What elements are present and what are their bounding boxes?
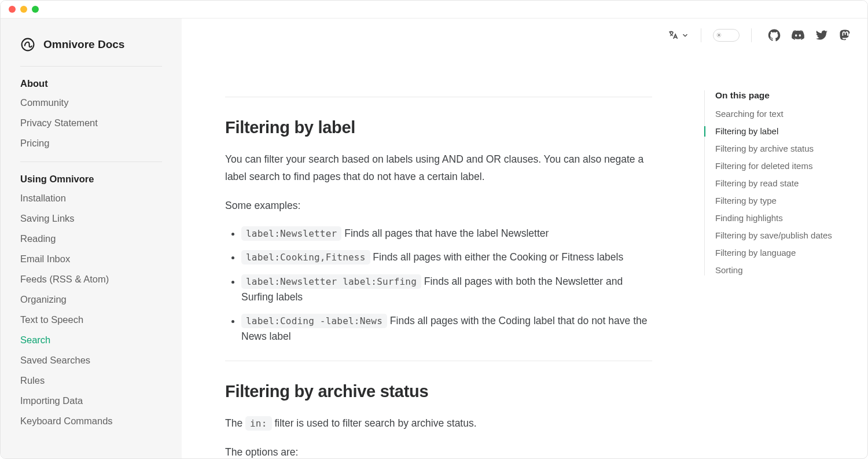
text: Finds all pages with either the Cooking … <box>370 251 624 263</box>
list-item: label:Newsletter Finds all pages that ha… <box>241 226 652 241</box>
language-switcher[interactable] <box>667 30 689 41</box>
sidebar-item-installation[interactable]: Installation <box>20 193 162 204</box>
github-icon <box>768 29 781 42</box>
toc-title: On this page <box>715 90 855 101</box>
translate-icon <box>667 30 679 41</box>
window-maximize-button[interactable] <box>32 6 39 13</box>
sidebar-item-saving-links[interactable]: Saving Links <box>20 213 162 224</box>
text: The <box>225 417 245 429</box>
sidebar-item-reading[interactable]: Reading <box>20 233 162 244</box>
code: label:Newsletter <box>241 226 341 241</box>
sidebar: Omnivore Docs About Community Privacy St… <box>1 19 182 458</box>
sidebar-section-about: About <box>20 78 162 89</box>
window-minimize-button[interactable] <box>20 6 27 13</box>
divider <box>225 361 652 361</box>
toc-item-filtering-read[interactable]: Filtering by read state <box>715 178 799 188</box>
sidebar-item-community[interactable]: Community <box>20 97 162 108</box>
sidebar-item-organizing[interactable]: Organizing <box>20 294 162 305</box>
toc-item-filtering-deleted[interactable]: Filtering for deleted items <box>715 161 812 171</box>
sidebar-links-about: Community Privacy Statement Pricing <box>20 97 162 149</box>
toc-item-filtering-label[interactable]: Filtering by label <box>715 126 778 136</box>
text: filter is used to filter search by archi… <box>272 417 477 429</box>
brand[interactable]: Omnivore Docs <box>20 35 162 61</box>
text: Finds all pages that have the label News… <box>341 227 549 239</box>
sun-icon: ☀ <box>716 32 722 39</box>
svg-point-0 <box>22 39 34 51</box>
discord-icon <box>791 28 805 42</box>
code: in: <box>245 416 272 431</box>
mastodon-icon <box>838 29 851 42</box>
toc-list: Searching for text Filtering by label Fi… <box>715 109 855 276</box>
paragraph: Some examples: <box>225 197 652 215</box>
toc-item-filtering-archive[interactable]: Filtering by archive status <box>715 144 814 153</box>
sidebar-item-email-inbox[interactable]: Email Inbox <box>20 254 162 265</box>
toc-item-sorting[interactable]: Sorting <box>715 265 743 275</box>
brand-title: Omnivore Docs <box>43 38 124 51</box>
paragraph: The in: filter is used to filter search … <box>225 415 652 432</box>
sidebar-item-privacy[interactable]: Privacy Statement <box>20 117 162 128</box>
sidebar-item-importing[interactable]: Importing Data <box>20 395 162 406</box>
window-close-button[interactable] <box>9 6 16 13</box>
sidebar-item-search[interactable]: Search <box>20 335 162 346</box>
toc: On this page Searching for text Filterin… <box>704 19 855 458</box>
toc-item-filtering-dates[interactable]: Filtering by save/publish dates <box>715 230 832 240</box>
content: Filtering by label You can filter your s… <box>225 19 652 458</box>
divider <box>751 28 752 42</box>
twitter-link[interactable] <box>815 29 828 42</box>
toc-item-filtering-language[interactable]: Filtering by language <box>715 248 796 258</box>
toc-item-searching-text[interactable]: Searching for text <box>715 109 784 119</box>
sidebar-item-keyboard[interactable]: Keyboard Commands <box>20 416 162 427</box>
code: label:Newsletter label:Surfing <box>241 274 421 289</box>
sidebar-links-using: Installation Saving Links Reading Email … <box>20 193 162 427</box>
divider <box>20 66 162 67</box>
discord-link[interactable] <box>791 28 805 42</box>
paragraph: You can filter your search based on labe… <box>225 151 652 186</box>
examples-list: label:Newsletter Finds all pages that ha… <box>225 226 652 344</box>
divider <box>20 161 162 162</box>
sidebar-item-rules[interactable]: Rules <box>20 375 162 386</box>
top-actions-bar: ☀ <box>667 28 851 42</box>
code: label:Coding -label:News <box>241 314 387 328</box>
theme-toggle[interactable]: ☀ <box>713 29 740 42</box>
toc-item-filtering-type[interactable]: Filtering by type <box>715 196 777 205</box>
sidebar-item-tts[interactable]: Text to Speech <box>20 314 162 325</box>
mastodon-link[interactable] <box>838 29 851 42</box>
sidebar-item-saved-searches[interactable]: Saved Searches <box>20 355 162 366</box>
github-link[interactable] <box>768 29 781 42</box>
divider <box>225 97 652 97</box>
paragraph: The options are: <box>225 444 652 458</box>
divider <box>701 28 701 42</box>
social-links <box>768 28 851 42</box>
sidebar-item-feeds[interactable]: Feeds (RSS & Atom) <box>20 274 162 285</box>
list-item: label:Coding -label:News Finds all pages… <box>241 313 652 344</box>
brand-logo-icon <box>20 37 35 52</box>
sidebar-item-pricing[interactable]: Pricing <box>20 138 162 149</box>
list-item: label:Cooking,Fitness Finds all pages wi… <box>241 249 652 265</box>
main: Filtering by label You can filter your s… <box>182 19 867 458</box>
sidebar-section-using: Using Omnivore <box>20 174 162 185</box>
window-titlebar <box>1 1 867 19</box>
code: label:Cooking,Fitness <box>241 250 370 265</box>
heading-filtering-by-archive: Filtering by archive status <box>225 382 652 401</box>
toc-item-finding-highlights[interactable]: Finding highlights <box>715 213 783 223</box>
heading-filtering-by-label: Filtering by label <box>225 118 652 137</box>
chevron-down-icon <box>681 31 689 39</box>
list-item: label:Newsletter label:Surfing Finds all… <box>241 274 652 305</box>
twitter-icon <box>815 29 828 42</box>
